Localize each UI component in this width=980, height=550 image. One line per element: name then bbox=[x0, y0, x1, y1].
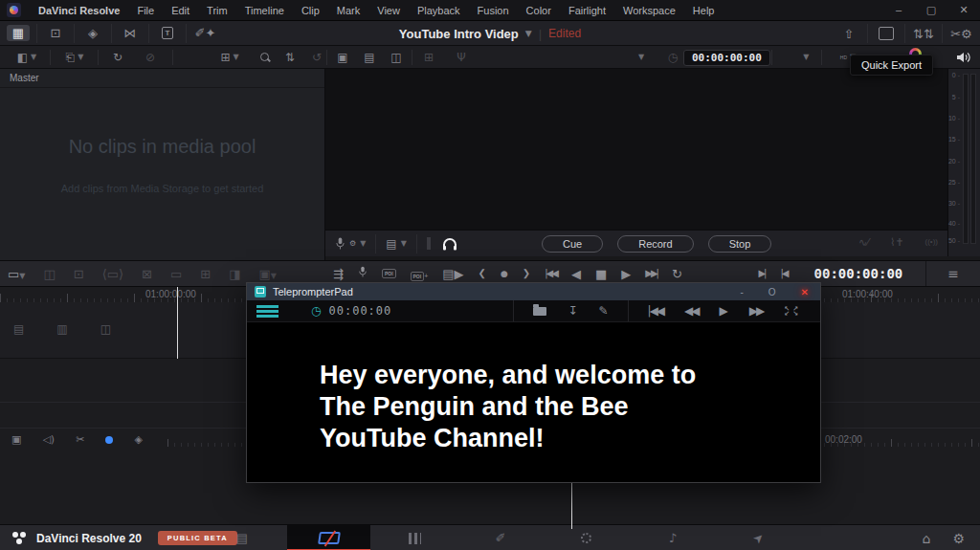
loop-button[interactable]: ↻ bbox=[672, 268, 682, 280]
menu-item-playback[interactable]: Playback bbox=[409, 5, 469, 16]
source-overwrite-button[interactable]: ⊞ bbox=[200, 268, 211, 280]
play-button[interactable]: ▶ bbox=[621, 268, 631, 280]
menu-item-fusion[interactable]: Fusion bbox=[469, 5, 518, 16]
next-edit-button[interactable]: ▶| bbox=[758, 269, 765, 278]
menu-item-trim[interactable]: Trim bbox=[198, 5, 236, 16]
mixer-button[interactable]: ⇅⇅ bbox=[905, 24, 943, 43]
viewer-overlay-button[interactable]: ▼ bbox=[775, 46, 821, 69]
stills-view-button[interactable]: ▣ bbox=[329, 46, 356, 69]
menu-item-help[interactable]: Help bbox=[684, 5, 724, 16]
teleprompter-minimize-button[interactable]: - bbox=[740, 287, 743, 297]
media-pool-button[interactable]: ▦ bbox=[0, 24, 37, 43]
timecode-clock-button[interactable]: ◷ bbox=[662, 46, 683, 69]
prompter-play-button[interactable]: ▶ bbox=[720, 305, 728, 317]
scrub-preview-button[interactable]: ▤▶ bbox=[442, 268, 463, 280]
strip-view-button[interactable]: ▤ bbox=[356, 46, 383, 69]
home-button[interactable]: ⌂ bbox=[923, 532, 931, 545]
close-up-button[interactable]: ⊠ bbox=[142, 268, 152, 280]
viewer-mode-button[interactable] bbox=[868, 24, 905, 43]
smart-insert-button[interactable]: ◫ bbox=[43, 268, 55, 280]
voiceover-button[interactable] bbox=[358, 266, 368, 281]
tools-panel-button[interactable]: ⇶ bbox=[333, 268, 344, 280]
audio-monitor-button[interactable] bbox=[947, 46, 980, 69]
dissolve-button[interactable]: ⋈ bbox=[112, 24, 149, 43]
export-project-button[interactable]: ⇧ bbox=[831, 24, 868, 43]
sort-button[interactable]: ⇅ bbox=[276, 46, 304, 69]
relink-button[interactable]: ⊘ bbox=[134, 46, 167, 69]
timeline-options-button[interactable]: ▭▼ bbox=[8, 267, 25, 281]
step-back-button[interactable]: ❮ bbox=[479, 269, 486, 278]
edit-pencil-icon[interactable]: ✎ bbox=[599, 305, 609, 317]
play-reverse-button[interactable]: ◀ bbox=[571, 268, 581, 280]
prompter-restart-button[interactable]: |◀◀ bbox=[648, 305, 664, 317]
cue-button[interactable]: Cue bbox=[542, 235, 603, 253]
bin-label[interactable]: Master bbox=[10, 73, 39, 83]
titles-button[interactable]: T bbox=[149, 24, 187, 43]
teleprompter-script-area[interactable]: Hey everyone, and welcome to The Penguin… bbox=[247, 323, 820, 482]
transitions-button[interactable]: ◈ bbox=[75, 24, 112, 43]
fullscreen-expand-icon[interactable]: ↖↗↙↘ bbox=[784, 306, 801, 316]
previous-edit-button[interactable]: |◀ bbox=[780, 269, 787, 278]
prompter-rewind-button[interactable]: ◀◀ bbox=[684, 305, 698, 317]
page-tab-fusion[interactable]: ✐ bbox=[481, 525, 520, 550]
menu-item-color[interactable]: Color bbox=[518, 5, 560, 16]
video-track-icon[interactable]: ▣ bbox=[11, 434, 21, 445]
snapping-indicator[interactable] bbox=[105, 436, 113, 444]
sync-bin-button[interactable]: ⊡ bbox=[37, 24, 75, 43]
record-button[interactable]: Record bbox=[617, 235, 693, 253]
project-title-chevron-icon[interactable]: ▼ bbox=[525, 30, 532, 38]
teleprompter-menu-button[interactable] bbox=[256, 305, 278, 318]
page-tab-deliver[interactable]: ➤ bbox=[739, 525, 777, 550]
script-button[interactable]: ▤ ▼ bbox=[376, 234, 417, 253]
poi-marker-button[interactable]: POI bbox=[382, 269, 396, 278]
settings-gear-button[interactable]: ⚙ bbox=[952, 532, 965, 545]
place-on-top-button[interactable]: ▭ bbox=[170, 268, 182, 280]
teleprompter-close-button[interactable]: ✕ bbox=[801, 287, 809, 297]
timeline-menu-button[interactable]: ≡ bbox=[925, 261, 980, 286]
save-download-icon[interactable]: ↧ bbox=[568, 305, 577, 317]
append-button[interactable]: ⊡ bbox=[74, 268, 84, 280]
razor-icon[interactable]: ✂ bbox=[76, 434, 84, 445]
page-tab-color[interactable] bbox=[567, 525, 605, 550]
stop-button[interactable]: Stop bbox=[708, 235, 772, 253]
teleprompter-titlebar[interactable]: TeleprompterPad - O ✕ bbox=[247, 283, 820, 300]
menu-item-timeline[interactable]: Timeline bbox=[236, 5, 293, 16]
menu-item-view[interactable]: View bbox=[368, 5, 409, 16]
menu-item-clip[interactable]: Clip bbox=[293, 5, 328, 16]
page-tab-cut-active[interactable] bbox=[287, 525, 370, 550]
broadcast-icon[interactable]: ((•)) bbox=[925, 237, 938, 248]
project-title[interactable]: YouTube Intro Videp bbox=[399, 27, 519, 41]
menu-item-workspace[interactable]: Workspace bbox=[614, 5, 684, 16]
track-height-icon[interactable]: ▤ bbox=[13, 323, 24, 335]
menu-item-edit[interactable]: Edit bbox=[163, 5, 198, 16]
tape-view-button[interactable]: ◫ bbox=[383, 46, 410, 69]
sync-clips-button[interactable]: ↻ bbox=[101, 46, 134, 69]
group-view-button[interactable]: ⊞ bbox=[415, 46, 442, 69]
prompter-fast-forward-button[interactable]: ▶▶ bbox=[749, 305, 763, 317]
page-tab-media[interactable]: ▤ bbox=[223, 525, 261, 550]
open-file-icon[interactable] bbox=[533, 307, 546, 316]
track-options-icon[interactable]: ▥ bbox=[56, 323, 67, 335]
menu-item-fairlight[interactable]: Fairlight bbox=[560, 5, 614, 16]
bin-panel-button[interactable]: ◧▼ bbox=[6, 46, 48, 69]
stop-playback-button[interactable]: ■ bbox=[595, 268, 607, 280]
viewer-panel[interactable] bbox=[325, 69, 947, 230]
go-to-end-button[interactable]: ▶▶| bbox=[645, 269, 657, 278]
record-dot-button[interactable]: ● bbox=[501, 270, 508, 278]
film-view-icon[interactable]: ◫ bbox=[100, 323, 111, 335]
source-select-dropdown[interactable]: ▼ bbox=[628, 46, 655, 69]
menu-item-mark[interactable]: Mark bbox=[328, 5, 368, 16]
minimize-button[interactable]: – bbox=[882, 4, 915, 16]
page-tab-fairlight[interactable]: ♪ bbox=[654, 525, 692, 550]
menu-item-file[interactable]: File bbox=[128, 5, 163, 16]
menu-item-app[interactable]: DaVinci Resolve bbox=[30, 5, 128, 16]
transition-tool-button[interactable]: ◨ bbox=[229, 268, 240, 280]
audio-patch-icon[interactable]: ∿⁄ bbox=[858, 237, 869, 248]
page-tab-edit[interactable] bbox=[395, 525, 434, 550]
overview-playhead[interactable] bbox=[177, 287, 178, 359]
poi-add-button[interactable]: POI+ bbox=[411, 267, 429, 281]
mic-settings-button[interactable]: ⚙ ▼ bbox=[325, 234, 376, 253]
teleprompter-maximize-button[interactable]: O bbox=[768, 287, 776, 297]
talkback-icon[interactable]: ⌇✝ bbox=[890, 237, 904, 248]
audio-track-icon[interactable]: ◁) bbox=[42, 434, 55, 445]
